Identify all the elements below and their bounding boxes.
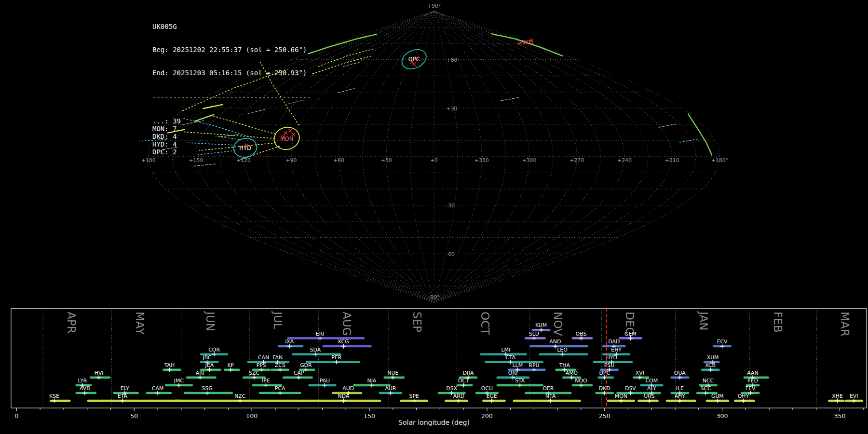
lat-label: -60 bbox=[446, 251, 455, 258]
month-label: APR bbox=[65, 312, 78, 334]
count-line: DPC: 2 bbox=[152, 148, 311, 156]
lon-label: +270 bbox=[570, 157, 584, 163]
shower-label: EVI bbox=[850, 393, 858, 399]
shower-label: AVB bbox=[80, 385, 90, 392]
shower-label: AHY bbox=[675, 393, 686, 399]
meridian-line bbox=[434, 11, 553, 302]
month-label: NOV bbox=[552, 312, 564, 336]
shower-label: SLD bbox=[529, 331, 539, 337]
month-label: MAR bbox=[839, 312, 851, 336]
shower-label: AAN bbox=[747, 370, 758, 376]
shower-label: CAN bbox=[258, 354, 269, 361]
shower-label: XUM bbox=[707, 354, 719, 361]
shower-bar-tah bbox=[163, 369, 181, 371]
meteor-radiant-mark bbox=[412, 63, 416, 66]
shower-label: IIP bbox=[228, 362, 234, 368]
shower-label: QUA bbox=[674, 370, 686, 376]
shower-label: HVI bbox=[95, 370, 104, 376]
shower-label: SCC bbox=[700, 385, 711, 392]
lon-label: +30 bbox=[381, 157, 392, 163]
shower-label: DPC bbox=[599, 370, 610, 376]
meteor-trail bbox=[338, 89, 354, 93]
shower-label: AMO bbox=[566, 370, 578, 376]
shower-label: ORI bbox=[508, 370, 517, 376]
shower-label: ILE bbox=[676, 385, 684, 392]
shower-label: LEO bbox=[557, 347, 568, 353]
shower-label: SPE bbox=[409, 393, 419, 399]
shower-label: STA bbox=[515, 378, 525, 384]
shower-label: ERI bbox=[316, 331, 325, 337]
shower-label: DRA bbox=[462, 370, 474, 376]
observation-info: UK005G Beg: 20251202 22:55:37 (sol = 250… bbox=[152, 7, 311, 171]
shower-bar-kcg bbox=[322, 345, 371, 348]
shower-bar-lmi bbox=[480, 353, 527, 355]
meteor-trail bbox=[343, 62, 360, 67]
shower-label: ETA bbox=[118, 393, 128, 399]
shower-label: RPU bbox=[529, 362, 539, 368]
month-label: AUG bbox=[340, 312, 353, 336]
meteor-trail bbox=[501, 97, 519, 101]
lon-label: +300 bbox=[522, 157, 536, 163]
month-label: JAN bbox=[697, 311, 710, 330]
shower-label: PCA bbox=[275, 385, 285, 392]
shower-label: JBC bbox=[202, 354, 211, 361]
shower-label: DSV bbox=[625, 385, 636, 392]
shower-label: NTA bbox=[545, 393, 556, 399]
shower-label: OBS bbox=[576, 331, 587, 337]
screenshot-root: +180+150+120+90+60+30+0+330+300+270+240+… bbox=[0, 0, 868, 434]
shower-label: PSU bbox=[604, 362, 614, 368]
shower-label: NIA bbox=[367, 378, 376, 384]
shower-label: AUR bbox=[385, 385, 396, 392]
shower-counts: ...: 39MON: 7DKD: 4HYD: 4DPC: 2 bbox=[152, 117, 311, 156]
count-line: MON: 7 bbox=[152, 125, 311, 133]
shower-label: NCC bbox=[703, 378, 714, 384]
shower-bar-nta bbox=[513, 400, 581, 402]
shower-label: HYD bbox=[606, 354, 617, 361]
shower-label: KUM bbox=[535, 322, 547, 328]
lon-label: +210 bbox=[665, 157, 679, 163]
count-line: DKD: 4 bbox=[152, 133, 311, 140]
shower-label: GEM bbox=[624, 331, 637, 337]
shower-label: EGE bbox=[487, 393, 497, 399]
shower-label: AND bbox=[549, 339, 561, 345]
shower-label: SDA bbox=[310, 347, 321, 353]
shower-label: LYR bbox=[78, 378, 87, 384]
shower-label: URS bbox=[644, 393, 655, 399]
shower-bar-ard bbox=[445, 400, 468, 402]
shower-label: IPE bbox=[262, 378, 270, 384]
lon-label: +180° bbox=[711, 157, 728, 163]
shower-label: DAD bbox=[608, 339, 620, 345]
shower-label: FED bbox=[747, 378, 758, 384]
lat-label: +90° bbox=[427, 3, 441, 9]
shower-label: CAP bbox=[294, 370, 304, 376]
shower-label: ELY bbox=[121, 385, 130, 392]
count-line: HYD: 4 bbox=[152, 140, 311, 148]
shower-label: NZC bbox=[234, 393, 246, 399]
shower-label: KCG bbox=[338, 339, 349, 345]
lon-label: +60 bbox=[333, 157, 344, 163]
month-label: JUN bbox=[204, 311, 217, 331]
shower-label: XVI bbox=[636, 370, 644, 376]
shower-label: IXA bbox=[285, 339, 294, 345]
meridian-line bbox=[434, 11, 648, 302]
radiant-dpc: DPC bbox=[399, 46, 429, 73]
meteor-radiant-mark bbox=[517, 42, 521, 45]
meteor-trail bbox=[313, 56, 372, 74]
shower-label: SSG bbox=[202, 385, 212, 392]
shower-label: JEA bbox=[205, 362, 214, 368]
shower-bar-eta bbox=[87, 400, 181, 402]
end-time: End: 20251203 05:16:15 (sol = 250.93°) bbox=[152, 69, 311, 77]
shower-label: ARI bbox=[196, 370, 204, 376]
shower-label: LLM bbox=[513, 362, 523, 368]
shower-label: ALY bbox=[647, 385, 656, 392]
shower-label: FAN bbox=[272, 354, 283, 361]
shower-label: ZCS bbox=[275, 362, 285, 368]
month-label: OCT bbox=[479, 312, 491, 335]
shower-label: CAM bbox=[152, 385, 163, 392]
shower-label: PER bbox=[331, 354, 341, 361]
shower-label: ECV bbox=[717, 339, 728, 345]
shower-label: DKD bbox=[599, 385, 610, 392]
meteor-trail bbox=[688, 114, 712, 155]
shower-label: NOO bbox=[575, 378, 587, 384]
shower-label: KSE bbox=[49, 393, 59, 399]
